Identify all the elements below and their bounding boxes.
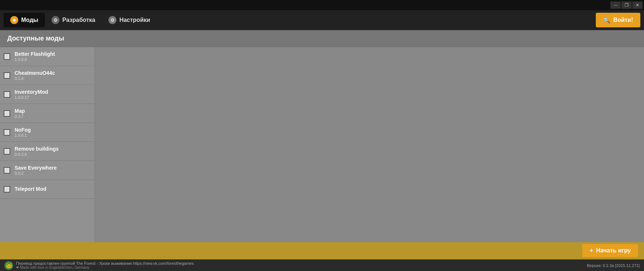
section-title: Доступные моды	[7, 35, 64, 42]
login-button[interactable]: 🔍 Войти!	[596, 13, 640, 27]
mods-tab-icon: ★	[10, 16, 18, 24]
mod-checkbox[interactable]	[4, 148, 10, 155]
start-game-button[interactable]: + Начать игру	[582, 244, 638, 257]
tab-dev[interactable]: ⚙ Разработка	[45, 13, 102, 27]
login-icon: 🔍	[603, 17, 610, 24]
tab-dev-label: Разработка	[62, 17, 95, 23]
navbar: ★ Моды ⚙ Разработка ⚙ Настройки 🔍 Войти!	[0, 10, 644, 30]
mod-list-item[interactable]: Map0.3.7	[0, 104, 95, 123]
mod-checkbox[interactable]	[4, 91, 10, 98]
footer-left: 🐸 Перевод предоставлен группой The Fores…	[4, 261, 194, 270]
mod-name: Better Flashlight	[15, 51, 91, 57]
mods-list-panel: Better Flashlight1.0.0.0CheatmenuO44c0.1…	[0, 47, 95, 242]
footer-main-text: Перевод предоставлен группой The Forest …	[16, 261, 194, 266]
footer-sub-text: ❤ Made with love in Engelshirchen, Germa…	[16, 266, 194, 270]
mod-list-item[interactable]: InventoryMod1.0.0.17	[0, 85, 95, 104]
footer: 🐸 Перевод предоставлен группой The Fores…	[0, 259, 644, 271]
mod-info: CheatmenuO44c0.1.4	[15, 70, 91, 81]
mod-info: InventoryMod1.0.0.17	[15, 89, 91, 100]
mod-name: CheatmenuO44c	[15, 70, 91, 76]
mod-name: NoFog	[15, 127, 91, 133]
settings-tab-icon: ⚙	[108, 16, 116, 24]
footer-logo: 🐸	[4, 261, 13, 270]
main-content: Доступные моды Better Flashlight1.0.0.0C…	[0, 30, 644, 242]
restore-button[interactable]: ❐	[621, 1, 632, 9]
tab-mods[interactable]: ★ Моды	[4, 13, 45, 27]
mod-checkbox[interactable]	[4, 129, 10, 136]
content-panel	[95, 47, 644, 242]
mods-area: Better Flashlight1.0.0.0CheatmenuO44c0.1…	[0, 47, 644, 242]
tab-settings-label: Настройки	[119, 17, 150, 23]
mod-list-item[interactable]: Save Everywhere0.0.2	[0, 161, 95, 180]
mod-list-item[interactable]: Teleport Mod	[0, 180, 95, 199]
footer-texts: Перевод предоставлен группой The Forest …	[16, 261, 194, 270]
mod-version: 0.3.7	[15, 114, 91, 119]
mod-info: Teleport Mod	[15, 186, 91, 192]
tab-mods-label: Моды	[21, 17, 38, 23]
mod-checkbox[interactable]	[4, 53, 10, 60]
mod-list-item[interactable]: Better Flashlight1.0.0.0	[0, 47, 95, 66]
mod-checkbox[interactable]	[4, 110, 10, 117]
minimize-button[interactable]: ─	[610, 1, 621, 9]
mod-info: Remove buildings0.0.2.6	[15, 146, 91, 156]
dev-tab-icon: ⚙	[51, 16, 60, 24]
mod-version: 0.1.4	[15, 76, 91, 81]
mod-version: 1.0.0.1	[15, 133, 91, 138]
start-icon: +	[590, 247, 593, 254]
mod-checkbox[interactable]	[4, 167, 10, 174]
tab-settings[interactable]: ⚙ Настройки	[102, 13, 157, 27]
mod-name: Remove buildings	[15, 146, 91, 152]
mod-list-item[interactable]: NoFog1.0.0.1	[0, 123, 95, 142]
mod-info: Better Flashlight1.0.0.0	[15, 51, 91, 62]
mod-version: 0.0.2.6	[15, 152, 91, 156]
mod-name: InventoryMod	[15, 89, 91, 95]
mod-list-item[interactable]: CheatmenuO44c0.1.4	[0, 66, 95, 85]
mod-info: Save Everywhere0.0.2	[15, 165, 91, 175]
footer-logo-icon: 🐸	[6, 263, 12, 268]
mod-checkbox[interactable]	[4, 186, 10, 193]
mods-list-scroll[interactable]: Better Flashlight1.0.0.0CheatmenuO44c0.1…	[0, 47, 95, 242]
footer-version: Версия: 0.2.3a [2015.11.271]	[587, 263, 640, 268]
titlebar: ─ ❐ ✕	[0, 0, 644, 10]
mod-name: Teleport Mod	[15, 186, 91, 192]
mod-name: Map	[15, 108, 91, 114]
mod-version: 1.0.0.17	[15, 95, 91, 100]
mod-info: Map0.3.7	[15, 108, 91, 119]
start-label: Начать игру	[596, 247, 631, 254]
login-label: Войти!	[613, 17, 633, 23]
mod-version: 0.0.2	[15, 171, 91, 175]
mod-name: Save Everywhere	[15, 165, 91, 171]
mod-info: NoFog1.0.0.1	[15, 127, 91, 138]
mod-list-item[interactable]: Remove buildings0.0.2.6	[0, 142, 95, 161]
close-button[interactable]: ✕	[632, 1, 643, 9]
mod-checkbox[interactable]	[4, 72, 10, 79]
mod-version: 1.0.0.0	[15, 57, 91, 62]
bottom-bar: + Начать игру	[0, 242, 644, 259]
section-header: Доступные моды	[0, 30, 644, 47]
